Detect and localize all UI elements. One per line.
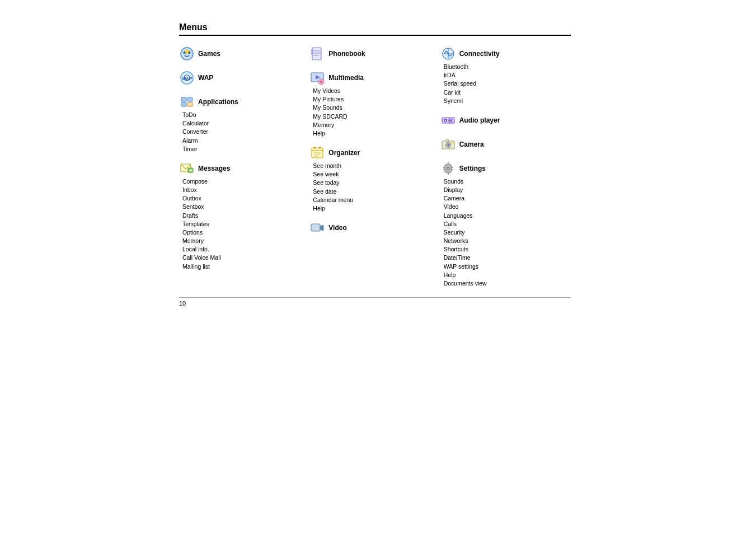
sub-item: Documents view — [442, 279, 571, 287]
menu-item-organizer: Organizer See month See week See today S… — [309, 145, 440, 212]
sub-item: See date — [311, 188, 440, 195]
sub-item: Security — [442, 228, 571, 236]
sub-item: Compose — [180, 177, 309, 185]
column-3: Connectivity Bluetooth IrDA Serial speed… — [440, 46, 571, 287]
svg-text:✉: ✉ — [189, 168, 192, 172]
svg-rect-41 — [448, 121, 453, 123]
sub-item: Converter — [180, 128, 309, 135]
column-1: Games WAP WAP — [179, 46, 309, 287]
svg-rect-9 — [181, 102, 186, 106]
phonebook-title: Phonebook — [328, 50, 365, 58]
settings-icon — [440, 161, 456, 176]
svg-point-45 — [447, 144, 448, 146]
menu-item-settings-header: Settings — [440, 161, 571, 176]
sub-item: Help — [311, 204, 440, 212]
menu-item-video: Video — [309, 220, 440, 236]
page: Menus Games — [0, 0, 756, 534]
sub-item: Call Voice Mail — [180, 254, 309, 261]
sub-item: Timer — [180, 145, 309, 153]
sub-item: Date/Time — [442, 254, 571, 261]
menu-item-connectivity-header: Connectivity — [440, 46, 571, 62]
sub-item: Outbox — [180, 194, 309, 202]
svg-rect-18 — [311, 50, 313, 51]
video-title: Video — [328, 224, 346, 232]
messages-sub-items: Compose Inbox Outbox Sentbox Drafts Temp… — [179, 177, 309, 270]
games-title: Games — [198, 50, 220, 58]
menu-item-games: Games — [179, 46, 309, 62]
applications-title: Applications — [198, 98, 238, 106]
svg-rect-27 — [319, 147, 321, 149]
messages-title: Messages — [198, 165, 230, 172]
organizer-icon — [309, 145, 325, 161]
sub-item: Memory — [180, 237, 309, 245]
svg-rect-26 — [314, 147, 316, 149]
applications-sub-items: ToDo Calculator Converter Alarm Timer — [179, 111, 309, 153]
sub-item: Memory — [311, 121, 440, 129]
menu-item-wap-header: WAP WAP — [179, 70, 309, 86]
sub-item: Calculator — [180, 119, 309, 127]
menu-item-messages-header: ✉ Messages — [179, 161, 309, 176]
wap-icon: WAP — [179, 70, 195, 86]
menu-item-wap: WAP WAP — [179, 70, 309, 86]
sub-item: Help — [311, 129, 440, 137]
svg-rect-7 — [181, 97, 186, 101]
page-number: 10 — [179, 297, 571, 307]
sub-item: Alarm — [180, 137, 309, 144]
games-icon — [179, 46, 195, 62]
sub-item: Sounds — [442, 177, 571, 185]
messages-icon: ✉ — [179, 161, 195, 176]
multimedia-sub-items: My Videos My Pictures My Sounds My SDCAR… — [309, 87, 440, 137]
menu-item-organizer-header: Organizer — [309, 145, 440, 161]
organizer-sub-items: See month See week See today See date Ca… — [309, 162, 440, 212]
sub-item: ToDo — [180, 111, 309, 119]
menu-item-connectivity: Connectivity Bluetooth IrDA Serial speed… — [440, 46, 571, 105]
settings-sub-items: Sounds Display Camera Video Languages Ca… — [440, 177, 571, 287]
svg-point-23 — [320, 81, 322, 83]
sub-item: IrDA — [442, 71, 571, 79]
sub-item: Sentbox — [180, 203, 309, 210]
sub-item: Display — [442, 186, 571, 194]
camera-icon — [440, 137, 456, 152]
camera-title: Camera — [459, 140, 484, 148]
menu-item-phonebook: Phonebook — [309, 46, 440, 62]
phonebook-icon — [309, 46, 325, 62]
connectivity-sub-items: Bluetooth IrDA Serial speed Car kit Sync… — [440, 63, 571, 105]
sub-item: Shortcuts — [442, 245, 571, 253]
sub-item: Inbox — [180, 186, 309, 194]
multimedia-title: Multimedia — [328, 74, 364, 82]
svg-rect-14 — [312, 48, 321, 60]
sub-item: Calls — [442, 220, 571, 228]
menu-item-video-header: Video — [309, 220, 440, 236]
wap-title: WAP — [198, 74, 213, 82]
settings-title: Settings — [459, 165, 486, 172]
menu-item-audio-player-header: Audio player — [440, 113, 571, 128]
menu-item-phonebook-header: Phonebook — [309, 46, 440, 62]
menu-item-audio-player: Audio player — [440, 113, 571, 129]
svg-point-38 — [444, 120, 445, 121]
sub-item: My Videos — [311, 87, 440, 95]
connectivity-icon — [440, 46, 456, 62]
menu-item-messages: ✉ Messages Compose Inbox Outbox Sentbox … — [179, 161, 309, 270]
sub-item: Templates — [180, 220, 309, 228]
page-title: Menus — [179, 22, 571, 36]
menu-item-games-header: Games — [179, 46, 309, 62]
sub-item: My SDCARD — [311, 113, 440, 120]
sub-item: WAP settings — [442, 263, 571, 270]
connectivity-title: Connectivity — [459, 50, 500, 58]
svg-rect-8 — [187, 97, 192, 101]
sub-item: Mailing list — [180, 263, 309, 270]
organizer-title: Organizer — [328, 149, 360, 157]
svg-rect-46 — [446, 139, 449, 142]
sub-item: Languages — [442, 212, 571, 219]
sub-item: My Sounds — [311, 104, 440, 111]
multimedia-icon — [309, 70, 325, 86]
applications-icon — [179, 94, 195, 110]
sub-item: Camera — [442, 194, 571, 202]
svg-rect-19 — [311, 53, 313, 54]
menu-item-settings: Settings Sounds Display Camera Video Lan… — [440, 161, 571, 287]
sub-item: Drafts — [180, 212, 309, 219]
sub-item: Serial speed — [442, 79, 571, 87]
menus-grid: Games WAP WAP — [179, 46, 571, 287]
video-icon — [309, 220, 325, 236]
svg-marker-32 — [320, 225, 323, 231]
